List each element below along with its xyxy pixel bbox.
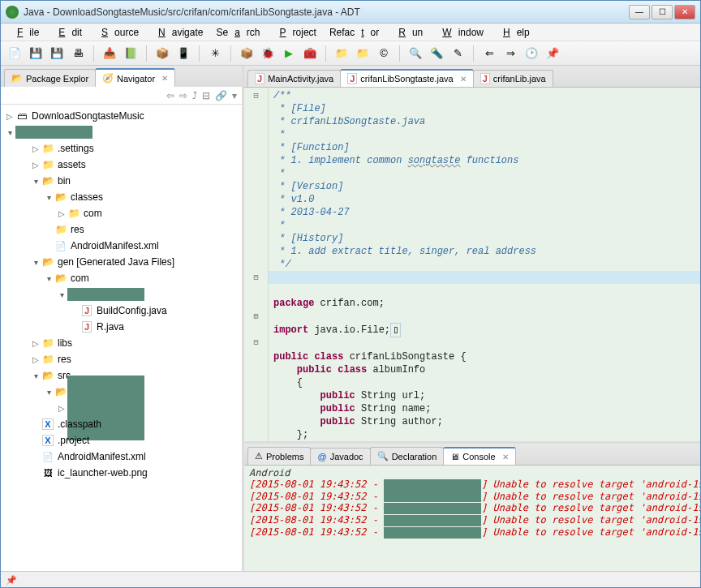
new-class-button[interactable]: © [375,45,393,62]
folder-res-root[interactable]: ▷res [1,351,242,367]
folder-src-redacted-1[interactable]: ▷ [1,400,242,416]
main-area: 📂 Package Explor 🧭 Navigator ✕ ⇦ ⇨ ⤴ ⊟ 🔗… [1,66,700,571]
new-button[interactable]: 📄 [6,45,24,62]
console-output[interactable]: Android [2015-08-01 19:43:52 - ] Unable … [244,465,700,571]
folder-bin[interactable]: ▾bin [1,173,242,189]
folder-icon [41,143,54,154]
file-buildconfig[interactable]: BuildConfig.java [1,303,242,319]
link-editor-icon[interactable]: 🔗 [215,90,227,101]
window-controls: — ☐ ✕ [629,5,695,19]
tab-problems[interactable]: ⚠Problems [247,447,311,465]
build-button[interactable]: 📥 [101,45,118,62]
tab-console[interactable]: 🖥Console✕ [443,447,515,465]
tab-main-activity[interactable]: MainActivity.java [247,70,341,87]
editor-gutter[interactable]: ⊟ ⊟ ⊞ ⊟ [244,88,269,441]
sdk-manager-button[interactable]: 📦 [153,45,171,62]
tab-label: crifanLibSongtaste.java [360,74,453,84]
menu-run[interactable]: Run [385,25,429,40]
file-manifest-bin[interactable]: AndroidManifest.xml [1,238,242,254]
folder-res[interactable]: res [1,221,242,238]
folder-icon [54,273,67,284]
menu-search[interactable]: Search [209,25,266,40]
eclipse-icon [6,6,19,19]
up-icon[interactable]: ⤴ [192,90,197,101]
menu-refactor[interactable]: Refactor [323,25,385,40]
avd-manager-button[interactable]: 📱 [174,45,192,62]
maximize-button[interactable]: ☐ [652,5,673,19]
navigator-tree[interactable]: ▷DownloadSongtasteMusic ▾ ▷.settings ▷as… [1,105,242,571]
menu-source[interactable]: Source [88,25,145,40]
code-editor[interactable]: /** * [File] * crifanLibSongtaste.java *… [269,88,700,441]
close-icon[interactable]: ✕ [460,75,467,84]
fold-collapse-icon[interactable]: ⊟ [244,271,268,284]
menu-project[interactable]: Project [267,25,323,40]
annotation-button[interactable]: ✎ [449,45,467,62]
folder-gen[interactable]: ▾gen [Generated Java Files] [1,254,242,270]
view-menu-icon[interactable]: ▾ [232,90,237,101]
folder-icon [54,224,67,235]
project-node-redacted[interactable]: ▾ [1,124,242,140]
project-node[interactable]: ▷DownloadSongtasteMusic [1,108,242,124]
tree-label: .project [58,435,89,446]
file-manifest-root[interactable]: AndroidManifest.xml [1,449,242,465]
fold-expand-icon[interactable]: ⊞ [244,310,268,323]
collapse-all-icon[interactable]: ⊟ [202,90,210,101]
fold-collapse-icon[interactable]: ⊟ [244,89,268,102]
new-wizard-button[interactable]: ✳ [206,45,224,62]
folder-com-gen[interactable]: ▾com [1,270,242,286]
folder-settings[interactable]: ▷.settings [1,140,242,157]
close-button[interactable]: ✕ [674,5,695,19]
pin-editor-icon[interactable]: 📌 [544,45,561,62]
debug-button[interactable]: 🐞 [259,45,277,62]
back-icon[interactable]: ⇦ [166,90,174,101]
save-button[interactable]: 💾 [27,45,45,62]
search-button[interactable]: 🔦 [428,45,445,62]
minimize-button[interactable]: — [629,5,650,19]
title-bar[interactable]: Java - DownloadSongtasteMusic/src/crifan… [1,1,700,24]
new-package-button[interactable]: 📁 [354,45,372,62]
save-all-button[interactable]: 💾 [48,45,66,62]
tab-javadoc[interactable]: @Javadoc [310,448,370,465]
menu-file[interactable]: File [4,25,45,40]
tab-crifanlib[interactable]: crifanLib.java [473,70,553,87]
menu-navigate[interactable]: Navigate [145,25,209,40]
tree-label: AndroidManifest.xml [58,451,146,462]
tree-label: AndroidManifest.xml [71,240,159,251]
folder-gen-redacted[interactable]: ▾ [1,286,242,303]
console-line: [2015-08-01 19:43:52 - ] Unable to resol… [249,491,695,503]
open-type-button-2[interactable]: 🔍 [406,45,424,62]
folder-assets[interactable]: ▷assets [1,157,242,173]
fold-collapse-icon[interactable]: ⊟ [244,336,268,349]
tab-navigator[interactable]: 🧭 Navigator ✕ [95,68,175,87]
close-icon[interactable]: ✕ [161,74,168,83]
tree-label: res [58,354,71,365]
menu-help[interactable]: Help [490,25,536,40]
forward-icon[interactable]: ⇨ [179,90,187,101]
folder-libs[interactable]: ▷libs [1,335,242,351]
tab-declaration[interactable]: 🔍Declaration [370,447,445,465]
last-edit-button[interactable]: 🕑 [523,45,540,62]
run-button[interactable]: ▶ [280,45,298,62]
next-button[interactable]: ⇒ [501,45,519,62]
print-button[interactable]: 🖶 [69,45,87,62]
open-type-button[interactable]: 📗 [122,45,140,62]
menu-edit[interactable]: Edit [45,25,88,40]
file-r-java[interactable]: R.java [1,319,242,335]
folder-com[interactable]: ▷com [1,205,242,221]
menu-window[interactable]: Window [429,25,490,40]
tab-package-explorer[interactable]: 📂 Package Explor [4,69,96,87]
close-icon[interactable]: ✕ [502,453,509,461]
file-icon [54,240,67,251]
new-project-button[interactable]: 📁 [333,45,350,62]
pin-icon[interactable] [6,574,17,586]
prev-button[interactable]: ⇐ [480,45,498,62]
folder-classes[interactable]: ▾classes [1,189,242,205]
console-line: [2015-08-01 19:43:52 - ] Unable to resol… [249,502,695,514]
bottom-tab-bar: ⚠Problems @Javadoc 🔍Declaration 🖥Console… [244,444,700,465]
redacted-block [67,288,144,301]
file-launcher-png[interactable]: ic_launcher-web.png [1,465,242,481]
package-button[interactable]: 📦 [238,45,256,62]
tree-label: R.java [97,321,124,333]
tab-songtaste[interactable]: crifanLibSongtaste.java ✕ [340,69,473,87]
external-tools-button[interactable]: 🧰 [301,45,319,62]
